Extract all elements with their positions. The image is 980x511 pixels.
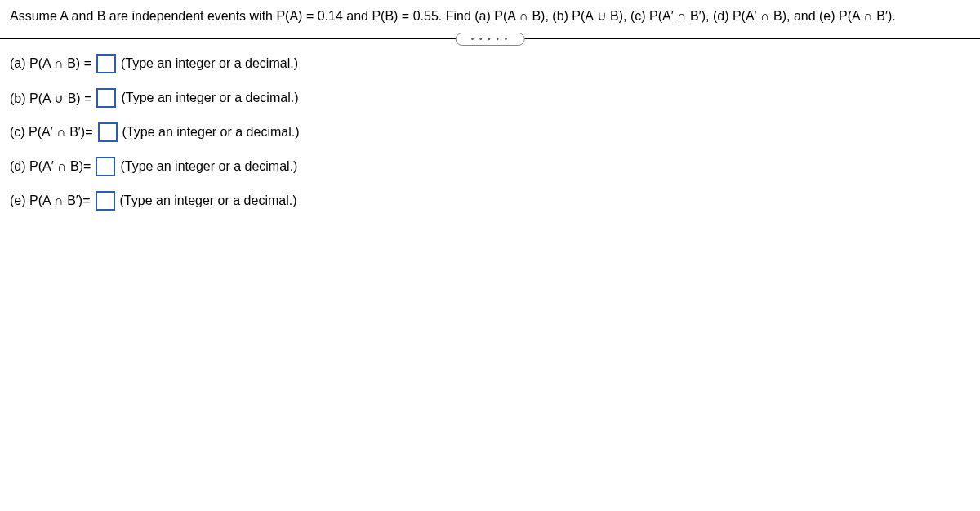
question-mid1: , (d) P <box>706 9 742 23</box>
answer-label-e-expr: (A ∩ B′) <box>38 193 83 208</box>
answer-input-a[interactable] <box>96 54 116 73</box>
answer-hint-b: (Type an integer or a decimal.) <box>121 91 298 105</box>
answer-row-b: (b) P(A ∪ B) = (Type an integer or a dec… <box>10 88 970 108</box>
answer-label-b: (b) P(A ∪ B) = <box>10 91 91 106</box>
answer-label-a: (a) P(A ∩ B) = <box>10 56 91 71</box>
answer-hint-d: (Type an integer or a decimal.) <box>120 159 297 174</box>
answer-label-c-expr: (A′ ∩ B′) <box>38 125 85 140</box>
question-suffix: . <box>892 9 895 23</box>
answer-hint-e: (Type an integer or a decimal.) <box>120 193 297 208</box>
answer-hint-a: (Type an integer or a decimal.) <box>121 56 298 71</box>
question-header: Assume A and B are independent events wi… <box>0 0 980 39</box>
answer-row-c: (c) P(A′ ∩ B′) = (Type an integer or a d… <box>10 122 970 142</box>
answer-label-e-eq: = <box>82 193 90 208</box>
answer-hint-c: (Type an integer or a decimal.) <box>122 125 300 140</box>
answer-label-d-eq: = <box>83 159 91 174</box>
answer-label-d-prefix: (d) P <box>10 159 38 174</box>
expand-indicator[interactable]: • • • • • <box>456 33 525 46</box>
question-part-d-expr: (A′ ∩ B) <box>742 9 786 23</box>
question-part-c-expr: (A′ ∩ B′) <box>658 9 706 23</box>
answer-label-c-eq: = <box>85 125 92 140</box>
answer-input-d[interactable] <box>96 157 115 176</box>
answer-section: (a) P(A ∩ B) = (Type an integer or a dec… <box>0 39 980 240</box>
answer-label-e-prefix: (e) P <box>10 193 38 208</box>
answer-input-c[interactable] <box>98 122 118 142</box>
answer-label-c-prefix: (c) P <box>10 125 38 140</box>
answer-input-e[interactable] <box>96 191 115 211</box>
answer-row-e: (e) P(A ∩ B′) = (Type an integer or a de… <box>10 191 970 211</box>
question-mid2: , and (e) P <box>786 9 848 23</box>
question-part-e-expr: (A ∩ B′) <box>848 9 893 23</box>
answer-row-d: (d) P(A′ ∩ B) = (Type an integer or a de… <box>10 157 970 176</box>
answer-label-d-expr: (A′ ∩ B) <box>38 159 83 174</box>
answer-row-a: (a) P(A ∩ B) = (Type an integer or a dec… <box>10 54 970 73</box>
answer-input-b[interactable] <box>96 88 116 108</box>
question-text-prefix: Assume A and B are independent events wi… <box>10 9 658 23</box>
